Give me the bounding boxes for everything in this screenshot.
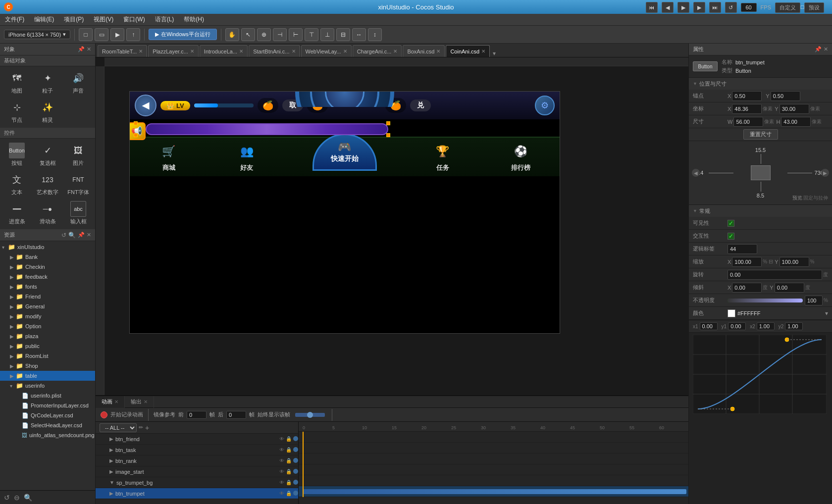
after-input[interactable] [226, 411, 246, 419]
tree-item-feedback[interactable]: ▶ 📁 feedback [0, 272, 95, 282]
tab-roomtable[interactable]: RoomTableT... ✕ [98, 45, 147, 57]
track-eye-icon[interactable]: 👁 [279, 469, 284, 474]
quick-start-button[interactable]: 🎮 快速开始 [312, 134, 377, 171]
resource-pin-icon[interactable]: 📌 [78, 232, 85, 238]
tree-item-modify[interactable]: ▶ 📁 modify [0, 311, 95, 321]
record-button[interactable] [101, 411, 107, 418]
anchor-y-input[interactable] [771, 91, 800, 101]
width-input[interactable] [733, 117, 763, 127]
tree-item-public[interactable]: ▶ 📁 public [0, 341, 95, 351]
pos-x-input[interactable] [732, 104, 762, 114]
tree-item-checkin[interactable]: ▶ 📁 Checkin [0, 262, 95, 272]
widget-sound[interactable]: 🔊 声音 [63, 68, 93, 97]
toolbar-align6-btn[interactable]: ↔ [352, 28, 366, 41]
tl-prev-icon[interactable]: ◀ [662, 2, 674, 13]
back-button[interactable]: ◀ [135, 95, 156, 116]
control-input[interactable]: abc 输入框 [63, 199, 93, 227]
objects-pin-icon[interactable]: 📌 [78, 46, 85, 52]
tree-item-root[interactable]: ▾ 📁 xinUIstudio [0, 242, 95, 252]
control-artnumber[interactable]: 123 艺术数字 [33, 170, 62, 198]
tree-item-selecthead[interactable]: ▶ 📄 SelectHeadLayer.csd [0, 420, 95, 430]
tl-play-icon[interactable]: ▶ [677, 2, 689, 13]
exchange-area[interactable]: 兑 [410, 100, 431, 111]
toolbar-transform-btn[interactable]: ⊕ [257, 28, 271, 41]
tree-item-shop[interactable]: ▶ 📁 Shop [0, 361, 95, 371]
widget-particle[interactable]: ✦ 粒子 [33, 68, 62, 97]
task-button[interactable]: 🏆 任务 [430, 142, 455, 172]
tab-close-icon[interactable]: ✕ [481, 49, 485, 54]
toolbar-align5-btn[interactable]: ⊟ [336, 28, 350, 41]
menu-window[interactable]: 窗口(W) [118, 14, 150, 25]
widget-node[interactable]: ⊹ 节点 [2, 98, 32, 126]
track-eye-icon[interactable]: 👁 [279, 447, 284, 453]
track-btn-task[interactable]: ▶ btn_task 👁 🔒 [96, 445, 298, 455]
toolbar-up-btn[interactable]: ↑ [126, 28, 140, 41]
tab-boxani[interactable]: BoxAni.csd ✕ [403, 45, 445, 57]
toolbar-rect-btn[interactable]: □ [79, 28, 93, 41]
pos-y-input[interactable] [780, 104, 809, 114]
menu-file[interactable]: 文件(F) [0, 14, 29, 25]
toolbar-align1-btn[interactable]: ⊣ [273, 28, 287, 41]
opacity-slider[interactable] [728, 299, 803, 302]
apply-label[interactable]: 预览 [792, 195, 802, 202]
position-size-title[interactable]: ▼ 位置与尺寸 [689, 78, 832, 90]
tab-chargeani[interactable]: ChargeAni.c... ✕ [353, 45, 402, 57]
track-lock-icon[interactable]: 🔒 [286, 491, 292, 496]
tab-plazzlayer[interactable]: PlazzLayer.c... ✕ [148, 45, 199, 57]
toolbar-hand-btn[interactable]: ✋ [225, 28, 239, 41]
friend-button[interactable]: 👥 好友 [234, 142, 259, 172]
tab-close-icon[interactable]: ✕ [292, 49, 296, 54]
track-btn-friend[interactable]: ▶ btn_friend 👁 🔒 [96, 434, 298, 445]
track-lock-icon[interactable]: 🔒 [286, 447, 292, 453]
tl-keyframe-bar[interactable] [303, 489, 686, 494]
menu-edit[interactable]: 编辑(E) [29, 14, 59, 25]
widget-map[interactable]: 🗺 地图 [2, 68, 32, 97]
track-lock-icon[interactable]: 🔒 [286, 480, 292, 485]
tab-close-icon[interactable]: ✕ [393, 49, 397, 54]
tab-close-icon[interactable]: ✕ [190, 49, 194, 54]
color-swatch[interactable] [728, 309, 735, 317]
tab-close-icon[interactable]: ✕ [436, 49, 440, 54]
resource-refresh-icon[interactable]: ↺ [61, 232, 66, 239]
tab-startbtnani[interactable]: StartBtnAni.c... ✕ [249, 45, 300, 57]
tl-tab-animation[interactable]: 动画 ✕ [96, 396, 125, 408]
general-section-title[interactable]: ▼ 常规 [689, 205, 832, 217]
tree-item-fonts[interactable]: ▶ 📁 fonts [0, 282, 95, 292]
x2-input[interactable] [757, 322, 775, 330]
playbar-thumb[interactable] [307, 412, 313, 418]
prop-pin-icon[interactable]: 📌 [815, 46, 822, 52]
tree-item-option[interactable]: ▶ 📁 Option [0, 321, 95, 331]
control-image[interactable]: 🖼 图片 [63, 141, 93, 169]
tab-webviewlay[interactable]: WebViewLay... ✕ [301, 45, 352, 57]
toolbar-play-btn[interactable]: ▶ [110, 28, 124, 41]
tab-close-icon[interactable]: ✕ [139, 49, 143, 54]
tab-introducelayer[interactable]: IntroduceLa... ✕ [200, 45, 248, 57]
prop-close-icon[interactable]: ✕ [824, 46, 828, 52]
tab-close-icon[interactable]: ✕ [239, 49, 243, 54]
color-dropdown-icon[interactable]: ▾ [825, 310, 828, 317]
tree-item-friend[interactable]: ▶ 📁 Friend [0, 292, 95, 302]
resource-del-icon[interactable]: ⊖ [14, 494, 20, 502]
device-selector[interactable]: iPhone 6(1334 × 750) ▾ [4, 30, 70, 39]
run-button[interactable]: ▶ 在Windows平台运行 [149, 29, 217, 40]
tree-item-bank[interactable]: ▶ 📁 Bank [0, 252, 95, 262]
control-checkbox[interactable]: ✓ 复选框 [33, 141, 62, 169]
resource-close-icon[interactable]: ✕ [87, 232, 91, 238]
track-image-start[interactable]: ▶ image_start 👁 🔒 [96, 466, 298, 477]
toolbar-align3-btn[interactable]: ⊤ [305, 28, 318, 41]
scale-y-input[interactable] [780, 257, 809, 267]
track-lock-icon[interactable]: 🔒 [286, 458, 292, 463]
toolbar-align7-btn[interactable]: ↕ [368, 28, 382, 41]
track-sp-trumpet-bg[interactable]: ▼ sp_trumpet_bg 👁 🔒 [96, 477, 298, 488]
rotation-input[interactable] [728, 270, 822, 280]
tree-item-qrcode[interactable]: ▶ 📄 QrCodeLayer.csd [0, 410, 95, 420]
resource-search-bottom-icon[interactable]: 🔍 [24, 494, 32, 502]
playbar[interactable] [295, 413, 325, 417]
resource-add-icon[interactable]: ↺ [4, 494, 10, 502]
trumpet-button[interactable] [146, 123, 388, 135]
before-input[interactable] [187, 411, 207, 419]
track-lock-icon[interactable]: 🔒 [286, 436, 292, 442]
tree-item-promoter[interactable]: ▶ 📄 PromoterInputLayer.csd [0, 401, 95, 410]
skew-x-input[interactable] [732, 283, 762, 293]
fps-input[interactable] [741, 3, 757, 12]
